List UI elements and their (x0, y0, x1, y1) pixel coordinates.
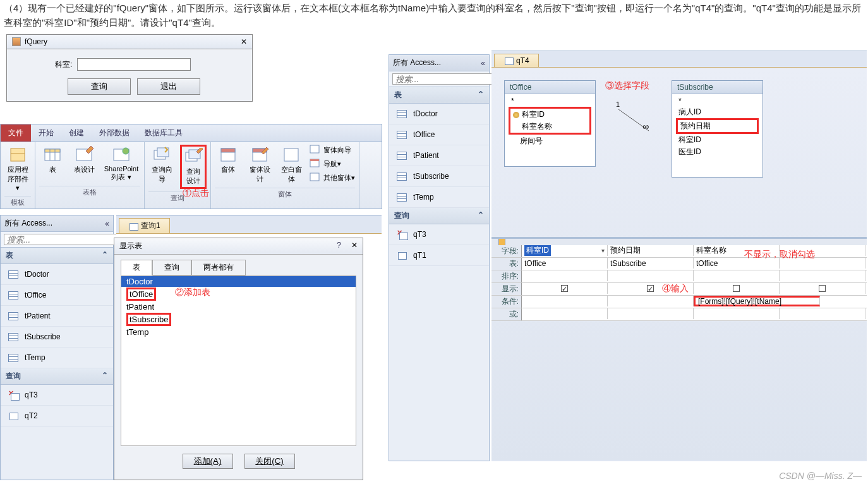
tables-section-header[interactable]: 表⌃ (1, 248, 113, 264)
nav-item-tsubscribe[interactable]: tSubscribe (389, 166, 489, 187)
window-title: fQuery (25, 37, 47, 46)
close-icon[interactable]: ✕ (351, 241, 358, 251)
nav-item-qt1[interactable]: qT1 (389, 245, 489, 266)
qbe-sort-3[interactable] (694, 270, 780, 281)
query-design-button[interactable]: 查询设计 (180, 145, 207, 189)
tables-section-header[interactable]: 表⌃ (389, 87, 489, 104)
svg-rect-14 (221, 148, 235, 152)
list-item-ttemp[interactable]: tTemp (121, 327, 356, 337)
nav-item-toffice[interactable]: tOffice (389, 124, 489, 145)
qbe-sort-2[interactable] (608, 270, 694, 281)
table-design-button[interactable]: 表设计 (71, 145, 97, 183)
qbe-crit-1[interactable] (522, 296, 608, 306)
list-item-tdoctor[interactable]: tDoctor (121, 276, 356, 287)
nav-item-ttemp[interactable]: tTemp (389, 187, 489, 208)
add-button[interactable]: 添加(A) (183, 454, 233, 469)
qbe-or-4[interactable] (780, 308, 865, 319)
nav-item-tdoctor[interactable]: tDoctor (1, 264, 113, 285)
queries-section-header[interactable]: 查询⌃ (389, 208, 489, 224)
sharepoint-button[interactable]: SharePoint 列表 ▾ (102, 145, 140, 183)
qbe-field-1[interactable]: 科室ID▾ (522, 245, 608, 256)
nav-pane-right: 所有 Access... « 🔍 表⌃ tDoctor tOffice tPat… (389, 54, 490, 461)
svg-text:1: 1 (616, 100, 620, 108)
form-button[interactable]: 窗体 (215, 145, 241, 185)
checkbox-icon[interactable] (647, 285, 654, 292)
doc-tab-query1[interactable]: 查询1 (119, 218, 170, 233)
field-star[interactable]: * (509, 96, 591, 106)
qbe-sort-1[interactable] (522, 270, 608, 281)
collapse-icon[interactable]: « (481, 59, 485, 68)
queries-section-header[interactable]: 查询⌃ (1, 368, 113, 385)
qbe-table-1[interactable]: tOffice (522, 258, 608, 269)
list-item-toffice[interactable]: tOffice (121, 287, 356, 301)
field-patient-id[interactable]: 病人ID (676, 106, 759, 118)
nav-item-tsubscribe[interactable]: tSubscribe (1, 327, 113, 348)
query-wizard-button[interactable]: 查询向导 (148, 145, 175, 189)
tab-external[interactable]: 外部数据 (92, 124, 137, 142)
st-tab-queries[interactable]: 查询 (152, 260, 191, 275)
nav-item-tpatient[interactable]: tPatient (389, 145, 489, 166)
other-forms-button[interactable]: 其他窗体▾ (310, 172, 355, 183)
qbe-show-4[interactable] (780, 283, 865, 294)
qbe-sort-4[interactable] (780, 270, 865, 281)
qbe-show-1[interactable] (522, 283, 608, 294)
sel-query-icon (397, 251, 407, 260)
nav-item-qt2[interactable]: qT2 (1, 406, 113, 427)
query-button[interactable]: 查询 (68, 78, 131, 95)
svg-text:∞: ∞ (642, 121, 649, 131)
field-star[interactable]: * (676, 96, 759, 106)
blank-form-button[interactable]: 空白窗体 (278, 145, 304, 185)
qbe-field-2[interactable]: 预约日期 (608, 245, 694, 256)
list-item-tpatient[interactable]: tPatient (121, 301, 356, 312)
qbe-show-3[interactable] (694, 283, 780, 294)
qbe-table-2[interactable]: tSubscribe (608, 258, 694, 269)
checkbox-icon[interactable] (733, 285, 740, 292)
field-room[interactable]: 房间号 (509, 135, 591, 147)
close-button[interactable]: 关闭(C) (244, 454, 295, 469)
checkbox-icon[interactable] (561, 285, 568, 292)
field-doctor-id[interactable]: 医生ID (676, 146, 759, 158)
nav-button[interactable]: 导航▾ (310, 159, 355, 169)
exit-button[interactable]: 退出 (137, 78, 200, 95)
del-query-icon (8, 391, 18, 399)
search-input[interactable] (4, 234, 118, 245)
qbe-or-3[interactable] (694, 308, 780, 319)
qbe-or-1[interactable] (522, 308, 608, 319)
nav-item-ttemp[interactable]: tTemp (1, 348, 113, 368)
nav-item-qt3[interactable]: qT3 (389, 224, 489, 245)
app-parts-button[interactable]: 应用程序部件 ▾ (4, 145, 31, 193)
tab-home[interactable]: 开始 (31, 124, 61, 142)
field-dept-id[interactable]: 科室ID (510, 109, 589, 121)
qbe-or-2[interactable] (608, 308, 694, 319)
search-input[interactable] (392, 73, 506, 85)
st-tab-tables[interactable]: 表 (121, 260, 152, 275)
table-tsubscribe[interactable]: tSubscribe * 病人ID 预约日期 科室ID 医生ID (672, 80, 763, 178)
collapse-icon[interactable]: « (105, 219, 109, 228)
checkbox-icon[interactable] (819, 285, 826, 292)
nav-item-tpatient[interactable]: tPatient (1, 306, 113, 327)
qbe-crit-3[interactable]: [Forms]![fQuery]![tName] (694, 296, 820, 306)
form-wizard-button[interactable]: 窗体向导 (310, 145, 355, 155)
nav-item-tdoctor[interactable]: tDoctor (389, 104, 489, 124)
doc-tab-qt4[interactable]: qT4 (494, 54, 539, 67)
field-dept-id[interactable]: 科室ID (676, 134, 759, 146)
table-toffice[interactable]: tOffice * 科室ID 科室名称 房间号 (504, 80, 596, 167)
help-icon[interactable]: ? (337, 241, 341, 251)
list-item-tsubscribe[interactable]: tSubscribe (121, 312, 356, 327)
tab-file[interactable]: 文件 (1, 124, 31, 142)
tab-dbtools[interactable]: 数据库工具 (137, 124, 190, 142)
dropdown-icon[interactable]: ▾ (601, 247, 605, 254)
close-icon[interactable]: ✕ (241, 37, 247, 46)
tname-input[interactable] (77, 58, 191, 71)
qbe-crit-2[interactable] (608, 296, 694, 306)
table-button[interactable]: 表 (39, 145, 66, 183)
st-tab-both[interactable]: 两者都有 (191, 260, 246, 275)
nav-item-toffice[interactable]: tOffice (1, 285, 113, 306)
field-dept-name[interactable]: 科室名称 (510, 121, 589, 133)
tab-create[interactable]: 创建 (61, 124, 92, 142)
form-design-button[interactable]: 窗体设计 (246, 145, 273, 185)
svg-point-8 (123, 148, 129, 154)
relationship-line: 1 ∞ (615, 93, 653, 156)
nav-item-qt3[interactable]: qT3 (1, 385, 113, 406)
field-appt-date[interactable]: 预约日期 (676, 118, 759, 134)
